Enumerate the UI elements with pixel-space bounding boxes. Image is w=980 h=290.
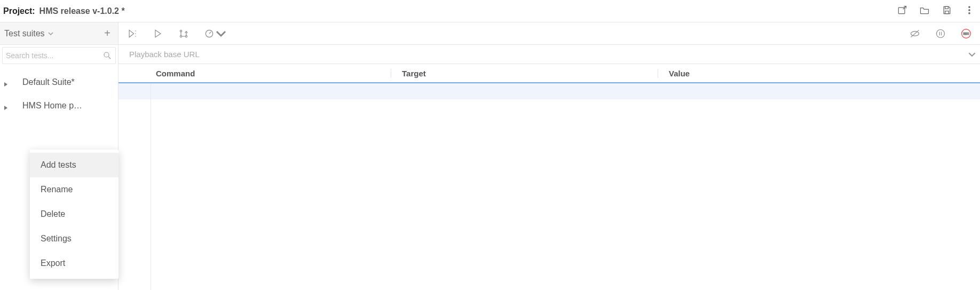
sidebar: Test suites + Default Suite* HMS Home bbox=[0, 22, 118, 290]
table-row[interactable] bbox=[118, 83, 980, 99]
chevron-down-icon bbox=[216, 28, 226, 39]
suite-list: Default Suite* HMS Home p… bbox=[0, 64, 118, 117]
svg-point-8 bbox=[180, 35, 181, 37]
svg-point-3 bbox=[969, 6, 970, 7]
gutter-divider bbox=[151, 83, 151, 290]
run-all-icon[interactable] bbox=[127, 28, 138, 39]
ctx-settings[interactable]: Settings bbox=[30, 226, 118, 251]
svg-point-7 bbox=[180, 30, 181, 32]
project-header: Project: HMS release v-1.0.2 * bbox=[0, 0, 980, 22]
chevron-down-icon[interactable] bbox=[968, 51, 976, 58]
svg-point-12 bbox=[937, 29, 945, 37]
command-table-body bbox=[118, 83, 980, 290]
svg-point-9 bbox=[185, 35, 187, 37]
project-name: HMS release v-1.0.2 * bbox=[39, 6, 125, 16]
save-icon[interactable] bbox=[942, 5, 952, 18]
new-window-icon[interactable] bbox=[897, 5, 907, 18]
col-target: Target bbox=[391, 69, 658, 78]
pause-icon[interactable] bbox=[935, 28, 946, 39]
suite-name: HMS Home p… bbox=[22, 101, 82, 111]
svg-rect-1 bbox=[945, 6, 949, 9]
command-table-header: Command Target Value bbox=[118, 64, 980, 83]
col-command: Command bbox=[118, 69, 391, 78]
test-suites-header[interactable]: Test suites + bbox=[0, 22, 118, 45]
more-icon[interactable] bbox=[964, 5, 975, 18]
search-input[interactable] bbox=[6, 51, 102, 60]
expand-icon[interactable] bbox=[3, 80, 9, 85]
playback-toolbar: REC bbox=[118, 22, 980, 45]
disable-breakpoints-icon[interactable] bbox=[910, 28, 920, 39]
playback-url-bar[interactable] bbox=[118, 45, 980, 64]
suite-item[interactable]: Default Suite* bbox=[0, 70, 118, 94]
svg-rect-2 bbox=[945, 11, 949, 13]
speed-icon[interactable] bbox=[204, 28, 226, 39]
test-suites-label: Test suites bbox=[4, 29, 45, 38]
suite-item[interactable]: HMS Home p… bbox=[0, 94, 118, 117]
expand-icon[interactable] bbox=[3, 103, 9, 108]
step-icon[interactable] bbox=[178, 28, 189, 39]
ctx-delete[interactable]: Delete bbox=[30, 202, 118, 226]
ctx-rename[interactable]: Rename bbox=[30, 177, 118, 202]
search-tests[interactable] bbox=[2, 47, 116, 64]
svg-point-4 bbox=[969, 9, 970, 10]
suite-name: Default Suite* bbox=[22, 77, 75, 87]
svg-text:REC: REC bbox=[963, 32, 969, 35]
playback-url-input[interactable] bbox=[129, 50, 968, 59]
svg-point-6 bbox=[104, 52, 109, 57]
run-icon[interactable] bbox=[153, 28, 163, 39]
chevron-down-icon bbox=[48, 29, 53, 38]
open-folder-icon[interactable] bbox=[919, 5, 930, 18]
ctx-add-tests[interactable]: Add tests bbox=[30, 153, 118, 177]
project-label: Project: bbox=[3, 6, 35, 16]
main-panel: REC Command Target Value bbox=[118, 22, 980, 290]
search-icon bbox=[102, 51, 112, 60]
record-icon[interactable]: REC bbox=[961, 28, 971, 39]
svg-point-5 bbox=[969, 12, 970, 13]
ctx-export[interactable]: Export bbox=[30, 251, 118, 276]
suite-context-menu: Add tests Rename Delete Settings Export bbox=[30, 150, 118, 279]
col-value: Value bbox=[658, 69, 980, 78]
add-suite-button[interactable]: + bbox=[104, 27, 110, 40]
